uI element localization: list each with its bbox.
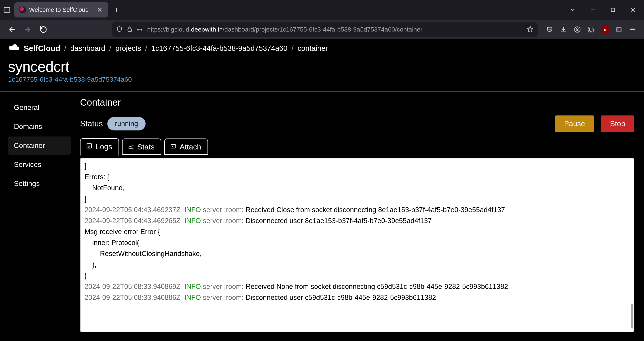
log-panel[interactable]: ]Errors: [ NotFound,]2024-09-22T05:04:43…: [80, 158, 634, 332]
log-line: ]: [84, 161, 630, 172]
tab-title: Welcome to SelfCloud: [29, 7, 94, 14]
scrollbar-thumb[interactable]: [631, 304, 633, 328]
sidenav-item-services[interactable]: Services: [8, 156, 71, 174]
tabs-dropdown-button[interactable]: [564, 7, 582, 13]
app-menu-button[interactable]: [627, 24, 639, 35]
tab-stats[interactable]: Stats: [122, 139, 161, 155]
log-line: Msg receive error Error {: [84, 226, 630, 237]
crumb-project-id[interactable]: 1c167755-6fc3-44fa-b538-9a5d75374a60: [151, 44, 287, 53]
svg-rect-26: [171, 145, 176, 148]
log-line: ),: [84, 259, 630, 270]
status-label: Status: [80, 119, 103, 128]
account-button[interactable]: [572, 24, 583, 35]
svg-rect-0: [4, 8, 10, 13]
browser-tab[interactable]: Welcome to SelfCloud ✕: [14, 2, 108, 18]
window-maximize-button[interactable]: [604, 7, 622, 13]
brand-name: SelfCloud: [24, 44, 60, 53]
bitwarden-icon[interactable]: [613, 24, 625, 35]
log-line: ResetWithoutClosingHandshake,: [84, 248, 630, 259]
tab-attach-label: Attach: [180, 143, 201, 151]
status-row: Status running Pause Stop: [80, 115, 634, 132]
pause-button[interactable]: Pause: [555, 115, 594, 132]
log-line: ]: [84, 194, 630, 204]
svg-rect-3: [611, 8, 615, 12]
new-tab-button[interactable]: +: [111, 5, 122, 15]
page: SelfCloud / dashboard / projects / 1c167…: [0, 39, 644, 341]
bookmark-button[interactable]: [527, 26, 534, 33]
back-button[interactable]: [5, 23, 19, 36]
reload-button[interactable]: [37, 23, 50, 36]
logs-icon: [86, 142, 92, 151]
project-name: syncedcrt: [8, 58, 636, 75]
tab-bar: Logs Stats Attach: [80, 138, 634, 155]
forward-button[interactable]: [21, 23, 34, 36]
log-line: NotFound,: [84, 183, 630, 194]
window-minimize-button[interactable]: [584, 7, 602, 13]
svg-point-13: [576, 28, 578, 30]
extensions-button[interactable]: [586, 24, 597, 35]
sidenav-item-container[interactable]: Container: [8, 137, 71, 155]
sidenav-item-settings[interactable]: Settings: [8, 175, 71, 193]
log-line: 2024-09-22T05:08:33.940869Z INFO server:…: [84, 281, 630, 292]
browser-toolbar: ⊶ https://bigcloud.deepwith.in/dashboard…: [0, 20, 644, 39]
sidenav-item-general[interactable]: General: [8, 99, 71, 117]
permissions-icon[interactable]: ⊶: [137, 26, 143, 33]
tab-stats-label: Stats: [137, 143, 154, 151]
tab-strip: Welcome to SelfCloud ✕ +: [0, 0, 644, 20]
attach-icon: [170, 143, 176, 151]
crumb-dashboard[interactable]: dashboard: [70, 44, 105, 53]
lock-icon[interactable]: [126, 26, 133, 33]
side-nav: GeneralDomainsContainerServicesSettings: [0, 92, 76, 341]
shield-icon[interactable]: [116, 26, 122, 33]
tab-logs-label: Logs: [96, 142, 112, 151]
stop-button[interactable]: Stop: [601, 115, 634, 132]
project-header: syncedcrt 1c167755-6fc3-44fa-b538-9a5d75…: [0, 57, 644, 92]
svg-rect-8: [128, 29, 132, 32]
brand-logo[interactable]: SelfCloud: [8, 44, 60, 53]
crumb-projects[interactable]: projects: [116, 44, 141, 53]
tab-logs[interactable]: Logs: [80, 138, 119, 156]
sidebar-toggle-button[interactable]: [2, 5, 12, 15]
url-text: https://bigcloud.deepwith.in/dashboard/p…: [147, 26, 523, 33]
downloads-button[interactable]: [558, 24, 569, 35]
log-line: 2024-09-22T05:04:43.469265Z INFO server:…: [84, 215, 630, 226]
pocket-button[interactable]: [544, 24, 556, 35]
browser-chrome: Welcome to SelfCloud ✕ + ⊶ https://bigcl…: [0, 0, 644, 39]
main-content: Container Status running Pause Stop Logs…: [76, 92, 644, 341]
cloud-icon: [8, 44, 20, 53]
log-line: 2024-09-22T05:08:33.940886Z INFO server:…: [84, 292, 630, 303]
log-line: Errors: [: [84, 172, 630, 183]
log-line: }: [84, 270, 630, 281]
status-badge: running: [107, 117, 146, 130]
breadcrumb: SelfCloud / dashboard / projects / 1c167…: [0, 39, 644, 57]
section-title: Container: [80, 97, 634, 108]
crumb-container[interactable]: container: [298, 44, 328, 53]
tab-favicon: [19, 7, 26, 13]
svg-marker-9: [528, 27, 533, 32]
window-close-button[interactable]: [624, 7, 642, 13]
log-line: 2024-09-22T05:04:43.469237Z INFO server:…: [84, 204, 630, 215]
ublock-icon[interactable]: u: [599, 24, 611, 35]
tab-attach[interactable]: Attach: [164, 139, 208, 155]
stats-icon: [128, 143, 134, 151]
log-line: inner: Protocol(: [84, 237, 630, 248]
sidenav-item-domains[interactable]: Domains: [8, 118, 71, 136]
close-tab-button[interactable]: ✕: [97, 6, 102, 14]
project-id-link[interactable]: 1c167755-6fc3-44fa-b538-9a5d75374a60: [8, 76, 636, 83]
url-bar[interactable]: ⊶ https://bigcloud.deepwith.in/dashboard…: [112, 22, 538, 37]
